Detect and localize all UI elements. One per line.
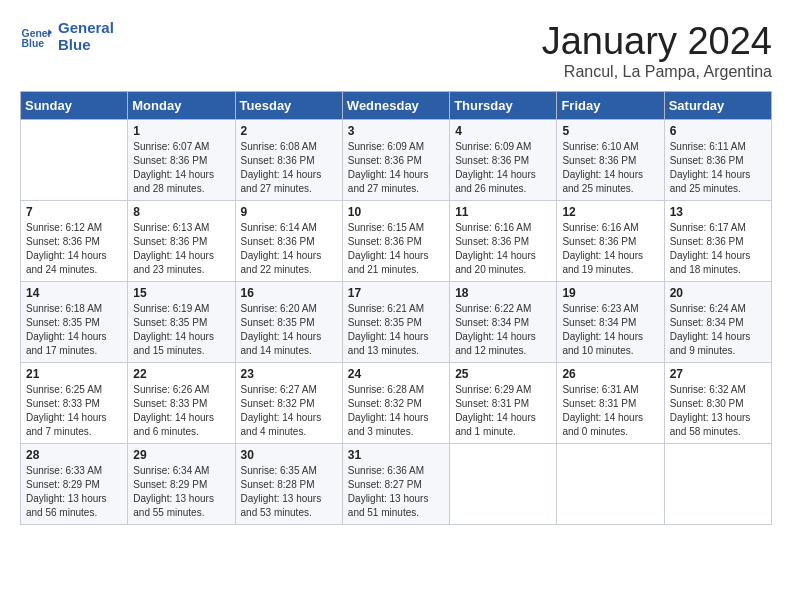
weekday-header-cell: Thursday [450,92,557,120]
calendar-cell: 16Sunrise: 6:20 AM Sunset: 8:35 PM Dayli… [235,282,342,363]
calendar-cell [664,444,771,525]
day-number: 19 [562,286,658,300]
day-number: 24 [348,367,444,381]
day-info: Sunrise: 6:22 AM Sunset: 8:34 PM Dayligh… [455,302,551,358]
calendar-cell: 1Sunrise: 6:07 AM Sunset: 8:36 PM Daylig… [128,120,235,201]
day-number: 6 [670,124,766,138]
day-info: Sunrise: 6:36 AM Sunset: 8:27 PM Dayligh… [348,464,444,520]
weekday-header-cell: Monday [128,92,235,120]
day-number: 15 [133,286,229,300]
calendar-cell: 24Sunrise: 6:28 AM Sunset: 8:32 PM Dayli… [342,363,449,444]
calendar-cell: 11Sunrise: 6:16 AM Sunset: 8:36 PM Dayli… [450,201,557,282]
calendar-cell: 9Sunrise: 6:14 AM Sunset: 8:36 PM Daylig… [235,201,342,282]
day-number: 16 [241,286,337,300]
calendar-cell: 20Sunrise: 6:24 AM Sunset: 8:34 PM Dayli… [664,282,771,363]
day-number: 31 [348,448,444,462]
calendar-cell: 19Sunrise: 6:23 AM Sunset: 8:34 PM Dayli… [557,282,664,363]
calendar-cell: 30Sunrise: 6:35 AM Sunset: 8:28 PM Dayli… [235,444,342,525]
weekday-header-cell: Friday [557,92,664,120]
day-number: 2 [241,124,337,138]
calendar-cell: 4Sunrise: 6:09 AM Sunset: 8:36 PM Daylig… [450,120,557,201]
day-info: Sunrise: 6:16 AM Sunset: 8:36 PM Dayligh… [455,221,551,277]
day-info: Sunrise: 6:08 AM Sunset: 8:36 PM Dayligh… [241,140,337,196]
day-info: Sunrise: 6:15 AM Sunset: 8:36 PM Dayligh… [348,221,444,277]
calendar-cell: 2Sunrise: 6:08 AM Sunset: 8:36 PM Daylig… [235,120,342,201]
calendar-week-row: 1Sunrise: 6:07 AM Sunset: 8:36 PM Daylig… [21,120,772,201]
day-number: 9 [241,205,337,219]
calendar-cell: 10Sunrise: 6:15 AM Sunset: 8:36 PM Dayli… [342,201,449,282]
logo-line2: Blue [58,37,114,54]
day-number: 4 [455,124,551,138]
calendar-week-row: 21Sunrise: 6:25 AM Sunset: 8:33 PM Dayli… [21,363,772,444]
day-number: 22 [133,367,229,381]
calendar-cell: 25Sunrise: 6:29 AM Sunset: 8:31 PM Dayli… [450,363,557,444]
day-info: Sunrise: 6:34 AM Sunset: 8:29 PM Dayligh… [133,464,229,520]
day-info: Sunrise: 6:10 AM Sunset: 8:36 PM Dayligh… [562,140,658,196]
day-info: Sunrise: 6:18 AM Sunset: 8:35 PM Dayligh… [26,302,122,358]
title-block: January 2024 Rancul, La Pampa, Argentina [542,20,772,81]
calendar-cell: 5Sunrise: 6:10 AM Sunset: 8:36 PM Daylig… [557,120,664,201]
day-number: 3 [348,124,444,138]
day-info: Sunrise: 6:21 AM Sunset: 8:35 PM Dayligh… [348,302,444,358]
day-number: 23 [241,367,337,381]
day-number: 28 [26,448,122,462]
day-number: 14 [26,286,122,300]
weekday-header-row: SundayMondayTuesdayWednesdayThursdayFrid… [21,92,772,120]
day-info: Sunrise: 6:07 AM Sunset: 8:36 PM Dayligh… [133,140,229,196]
day-info: Sunrise: 6:14 AM Sunset: 8:36 PM Dayligh… [241,221,337,277]
day-info: Sunrise: 6:32 AM Sunset: 8:30 PM Dayligh… [670,383,766,439]
day-number: 5 [562,124,658,138]
day-info: Sunrise: 6:23 AM Sunset: 8:34 PM Dayligh… [562,302,658,358]
day-info: Sunrise: 6:09 AM Sunset: 8:36 PM Dayligh… [348,140,444,196]
calendar-header: SundayMondayTuesdayWednesdayThursdayFrid… [21,92,772,120]
calendar-cell: 22Sunrise: 6:26 AM Sunset: 8:33 PM Dayli… [128,363,235,444]
calendar-cell: 21Sunrise: 6:25 AM Sunset: 8:33 PM Dayli… [21,363,128,444]
calendar-body: 1Sunrise: 6:07 AM Sunset: 8:36 PM Daylig… [21,120,772,525]
logo: General Blue General Blue [20,20,114,53]
calendar-cell [557,444,664,525]
calendar-cell: 7Sunrise: 6:12 AM Sunset: 8:36 PM Daylig… [21,201,128,282]
calendar-cell: 26Sunrise: 6:31 AM Sunset: 8:31 PM Dayli… [557,363,664,444]
weekday-header-cell: Wednesday [342,92,449,120]
day-info: Sunrise: 6:27 AM Sunset: 8:32 PM Dayligh… [241,383,337,439]
location-subtitle: Rancul, La Pampa, Argentina [542,63,772,81]
calendar-cell: 12Sunrise: 6:16 AM Sunset: 8:36 PM Dayli… [557,201,664,282]
day-info: Sunrise: 6:20 AM Sunset: 8:35 PM Dayligh… [241,302,337,358]
logo-line1: General [58,20,114,37]
day-number: 20 [670,286,766,300]
calendar-cell: 27Sunrise: 6:32 AM Sunset: 8:30 PM Dayli… [664,363,771,444]
day-info: Sunrise: 6:26 AM Sunset: 8:33 PM Dayligh… [133,383,229,439]
day-info: Sunrise: 6:12 AM Sunset: 8:36 PM Dayligh… [26,221,122,277]
calendar-cell [450,444,557,525]
svg-text:General: General [22,28,52,39]
day-number: 11 [455,205,551,219]
day-info: Sunrise: 6:29 AM Sunset: 8:31 PM Dayligh… [455,383,551,439]
day-info: Sunrise: 6:17 AM Sunset: 8:36 PM Dayligh… [670,221,766,277]
day-number: 27 [670,367,766,381]
calendar-cell: 31Sunrise: 6:36 AM Sunset: 8:27 PM Dayli… [342,444,449,525]
day-number: 26 [562,367,658,381]
day-info: Sunrise: 6:24 AM Sunset: 8:34 PM Dayligh… [670,302,766,358]
day-number: 13 [670,205,766,219]
calendar-cell: 29Sunrise: 6:34 AM Sunset: 8:29 PM Dayli… [128,444,235,525]
day-info: Sunrise: 6:09 AM Sunset: 8:36 PM Dayligh… [455,140,551,196]
day-info: Sunrise: 6:11 AM Sunset: 8:36 PM Dayligh… [670,140,766,196]
calendar-cell: 6Sunrise: 6:11 AM Sunset: 8:36 PM Daylig… [664,120,771,201]
calendar-cell: 13Sunrise: 6:17 AM Sunset: 8:36 PM Dayli… [664,201,771,282]
month-title: January 2024 [542,20,772,63]
weekday-header-cell: Saturday [664,92,771,120]
calendar-cell: 8Sunrise: 6:13 AM Sunset: 8:36 PM Daylig… [128,201,235,282]
day-info: Sunrise: 6:25 AM Sunset: 8:33 PM Dayligh… [26,383,122,439]
day-number: 21 [26,367,122,381]
calendar-cell: 28Sunrise: 6:33 AM Sunset: 8:29 PM Dayli… [21,444,128,525]
day-info: Sunrise: 6:16 AM Sunset: 8:36 PM Dayligh… [562,221,658,277]
calendar-table: SundayMondayTuesdayWednesdayThursdayFrid… [20,91,772,525]
calendar-cell: 14Sunrise: 6:18 AM Sunset: 8:35 PM Dayli… [21,282,128,363]
calendar-cell: 23Sunrise: 6:27 AM Sunset: 8:32 PM Dayli… [235,363,342,444]
calendar-cell: 17Sunrise: 6:21 AM Sunset: 8:35 PM Dayli… [342,282,449,363]
calendar-cell: 3Sunrise: 6:09 AM Sunset: 8:36 PM Daylig… [342,120,449,201]
day-number: 10 [348,205,444,219]
weekday-header-cell: Tuesday [235,92,342,120]
day-info: Sunrise: 6:19 AM Sunset: 8:35 PM Dayligh… [133,302,229,358]
weekday-header-cell: Sunday [21,92,128,120]
